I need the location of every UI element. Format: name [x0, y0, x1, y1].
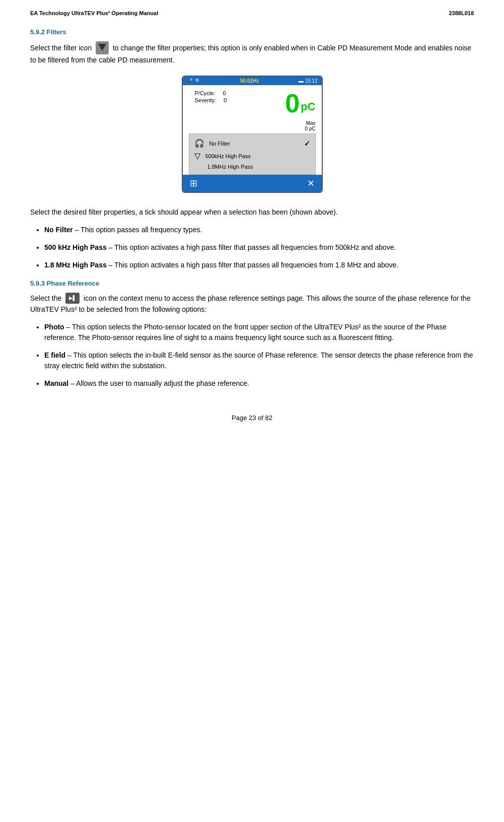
bullet-bold-efield: E field — [44, 351, 65, 359]
device-status-bar: 🎤 🔍 50.02Hz ▬ 15:12 — [183, 77, 322, 85]
device-bottom-bar: ⊞ ✕ — [183, 175, 322, 192]
bullet-bold-1: 500 kHz High Pass — [44, 243, 107, 251]
device-main: P/Cycle: 0 Severity: 0 0 pC Max — [183, 85, 322, 175]
phase-ref-bullets: Photo – This option selects the Photo-se… — [44, 322, 474, 389]
device-frame: 🎤 🔍 50.02Hz ▬ 15:12 P/Cycle: 0 — [182, 76, 323, 193]
bullet-text-manual: – Allows the user to manually adjust the… — [70, 379, 249, 387]
status-time: 15:12 — [305, 78, 317, 84]
status-left: 🎤 🔍 — [187, 78, 201, 84]
device-screenshot: 🎤 🔍 50.02Hz ▬ 15:12 P/Cycle: 0 — [30, 76, 474, 193]
search-icon: 🔍 — [195, 78, 201, 84]
status-frequency: 50.02Hz — [240, 78, 259, 84]
page-header: EA Technology UltraTEV Plus² Operating M… — [30, 10, 474, 16]
bullet-text-0: – This option passes all frequency types… — [75, 226, 202, 234]
filter-row-2: 1.8MHz High Pass — [194, 162, 310, 171]
big-value: 0 — [285, 90, 300, 116]
select-text: Select the desired filter properties, a … — [30, 207, 474, 218]
page-footer: Page 23 of 82 — [30, 409, 474, 422]
filter-row-0: 🎧 No Filter ✓ — [194, 137, 310, 150]
bullet-bold-2: 1.8 MHz High Pass — [44, 261, 107, 269]
close-icon: ✕ — [307, 178, 315, 189]
page-number: Page 23 of 82 — [232, 414, 272, 422]
pcycle-row: P/Cycle: 0 — [189, 90, 227, 96]
bullet-no-filter: No Filter – This option passes all frequ… — [44, 225, 474, 235]
bullet-text-2: – This option activates a high pass filt… — [109, 261, 399, 269]
section-592-heading: 5.9.2 Filters — [30, 28, 474, 36]
severity-row: Severity: 0 — [189, 97, 227, 103]
filter-label-1: 500kHz High Pass — [205, 153, 310, 159]
filter-bullets: No Filter – This option passes all frequ… — [44, 225, 474, 270]
section-593-intro: Select the ▶▌ icon on the context menu t… — [30, 293, 474, 315]
big-value-container: 0 pC — [285, 90, 315, 117]
filter-label-0: No Filter — [209, 141, 299, 147]
battery-icon: ▬ — [299, 78, 304, 84]
section-592-intro: Select the filter icon to change the fil… — [30, 42, 474, 65]
phase-ref-icon-inline: ▶▌ — [65, 293, 80, 304]
filter-label-2: 1.8MHz High Pass — [207, 164, 310, 170]
filter-tick-0: ✓ — [304, 140, 310, 148]
section-592: 5.9.2 Filters Select the filter icon to … — [30, 28, 474, 270]
bullet-text-efield: – This option selects the in-built E-fie… — [44, 351, 473, 370]
bullet-bold-0: No Filter — [44, 226, 73, 234]
filter-icon-inline — [96, 41, 109, 54]
big-unit: pC — [301, 100, 315, 113]
header-left: EA Technology UltraTEV Plus² Operating M… — [30, 10, 158, 16]
header-right: 2388L018 — [449, 10, 474, 16]
bullet-bold-manual: Manual — [44, 379, 68, 387]
pcycle-severity: P/Cycle: 0 Severity: 0 — [189, 90, 227, 104]
filter-funnel-icon: ▽ — [194, 151, 200, 161]
settings-icon: ⊞ — [190, 178, 197, 189]
bullet-photo: Photo – This option selects the Photo-se… — [44, 322, 474, 343]
bullet-bold-photo: Photo — [44, 323, 64, 331]
section-593-heading: 5.9.3 Phase Reference — [30, 280, 474, 287]
bullet-text-1: – This option activates a high pass filt… — [109, 243, 396, 251]
section-593: 5.9.3 Phase Reference Select the ▶▌ icon… — [30, 280, 474, 389]
mic-icon: 🎤 — [187, 78, 193, 84]
bullet-text-photo: – This option selects the Photo-sensor l… — [44, 323, 447, 341]
max-info: Max 0 pC — [189, 120, 316, 131]
bullet-18mhz: 1.8 MHz High Pass – This option activate… — [44, 260, 474, 270]
status-right: ▬ 15:12 — [299, 78, 318, 84]
filter-menu: 🎧 No Filter ✓ ▽ 500kHz High Pass 1.8MHz … — [189, 133, 316, 175]
filter-row-1: ▽ 500kHz High Pass — [194, 150, 310, 162]
measurement-top-row: P/Cycle: 0 Severity: 0 0 pC — [189, 90, 316, 117]
bullet-manual: Manual – Allows the user to manually adj… — [44, 378, 474, 389]
filter-headphone-icon: 🎧 — [194, 139, 204, 148]
bullet-500khz: 500 kHz High Pass – This option activate… — [44, 242, 474, 253]
bullet-efield: E field – This option selects the in-bui… — [44, 350, 474, 371]
